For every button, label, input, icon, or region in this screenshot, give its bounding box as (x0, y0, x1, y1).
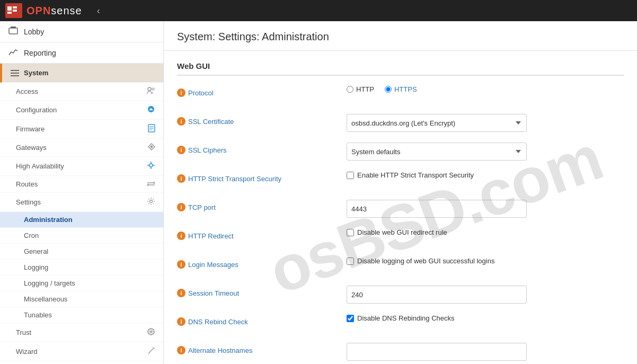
protocol-https-option[interactable]: HTTPS (385, 85, 417, 93)
trust-label: Trust (16, 329, 31, 336)
access-icon (147, 87, 155, 96)
dns-rebind-info-icon[interactable]: i (177, 317, 185, 326)
svg-marker-16 (150, 145, 153, 148)
protocol-control: HTTP HTTPS (347, 85, 624, 93)
alt-hostnames-row: i Alternate Hostnames Alternate Hostname… (177, 343, 624, 364)
protocol-link[interactable]: Protocol (188, 89, 214, 97)
firmware-icon (148, 124, 155, 134)
hsts-checkbox-label: Enable HTTP Strict Transport Security (357, 171, 474, 179)
ssl-ciphers-select[interactable]: System defaults (347, 143, 527, 161)
dns-rebind-row: i DNS Rebind Check Disable DNS Rebinding… (177, 314, 624, 333)
ssl-cert-select[interactable]: osbsd.duckdns.org (Let's Encrypt) (347, 114, 527, 132)
hsts-link[interactable]: HTTP Strict Transport Security (188, 175, 281, 183)
session-timeout-input[interactable] (347, 286, 527, 304)
ssl-ciphers-control: System defaults (347, 143, 624, 161)
settings-label: Settings (16, 198, 41, 206)
svg-point-17 (149, 164, 153, 167)
tcp-port-info-icon[interactable]: i (177, 203, 185, 211)
logging-label: Logging (24, 263, 48, 271)
hsts-info-icon[interactable]: i (177, 174, 185, 183)
alt-hostnames-link[interactable]: Alternate Hostnames (188, 347, 252, 354)
ssl-cert-label: i SSL Certificate (177, 114, 347, 126)
lobby-label: Lobby (24, 28, 44, 36)
login-messages-checkbox[interactable] (347, 258, 354, 265)
sidebar-item-firmware[interactable]: Firmware (0, 120, 163, 139)
section-header: Web GUI (177, 61, 624, 76)
ssl-cert-info-icon[interactable]: i (177, 117, 185, 126)
protocol-label: i Protocol (177, 85, 347, 97)
tcp-port-row: i TCP port (177, 200, 624, 219)
brand-name: OPNsense (26, 5, 82, 17)
http-redirect-checkbox[interactable] (347, 229, 354, 236)
sidebar-item-gateways[interactable]: Gateways (0, 139, 163, 157)
sidebar-item-lobby[interactable]: Lobby (0, 21, 163, 42)
alt-hostnames-control: Alternate Hostnames for DNS Rebinding an… (347, 343, 624, 364)
hsts-checkbox[interactable] (347, 172, 354, 179)
dns-rebind-checkbox-item[interactable]: Disable DNS Rebinding Checks (347, 314, 455, 322)
alt-hostnames-info-icon[interactable]: i (177, 346, 185, 354)
ssl-cert-link[interactable]: SSL Certificate (188, 118, 234, 126)
http-redirect-info-icon[interactable]: i (177, 232, 185, 240)
firmware-label: Firmware (16, 125, 45, 133)
login-messages-checkbox-item[interactable]: Disable logging of web GUI successful lo… (347, 257, 494, 265)
hsts-label: i HTTP Strict Transport Security (177, 171, 347, 183)
http-redirect-checkbox-item[interactable]: Disable web GUI redirect rule (347, 228, 447, 236)
protocol-info-icon[interactable]: i (177, 88, 185, 97)
dns-rebind-control: Disable DNS Rebinding Checks (347, 314, 624, 322)
dns-rebind-checkbox[interactable] (347, 315, 354, 322)
routes-label: Routes (16, 180, 38, 188)
session-timeout-info-icon[interactable]: i (177, 289, 185, 297)
access-label: Access (16, 87, 38, 95)
sidebar-toggle[interactable]: ‹ (93, 3, 104, 19)
sidebar-item-configuration[interactable]: Configuration (0, 101, 163, 120)
hsts-row: i HTTP Strict Transport Security Enable … (177, 171, 624, 190)
sidebar-item-reporting[interactable]: Reporting (0, 42, 163, 64)
sidebar-section-system[interactable]: System (0, 64, 163, 83)
sidebar-item-routes[interactable]: Routes (0, 176, 163, 193)
tunables-label: Tunables (24, 311, 52, 319)
http-redirect-link[interactable]: HTTP Redirect (188, 232, 234, 240)
sidebar-item-wizard[interactable]: Wizard (0, 342, 163, 361)
http-redirect-row: i HTTP Redirect Disable web GUI redirect… (177, 228, 624, 247)
login-messages-info-icon[interactable]: i (177, 260, 185, 269)
system-label: System (24, 69, 48, 77)
tcp-port-input[interactable] (347, 200, 527, 218)
ssl-ciphers-label: i SSL Ciphers (177, 143, 347, 154)
sidebar-item-tunables[interactable]: Tunables (0, 307, 163, 323)
sidebar-item-log-files[interactable]: Log Files (0, 361, 163, 364)
sidebar-item-administration[interactable]: Administration (0, 212, 163, 228)
login-messages-row: i Login Messages Disable logging of web … (177, 257, 624, 276)
sidebar-item-logging[interactable]: Logging (0, 260, 163, 276)
hsts-control: Enable HTTP Strict Transport Security (347, 171, 624, 179)
ssl-cert-control: osbsd.duckdns.org (Let's Encrypt) (347, 114, 624, 132)
sidebar-item-access[interactable]: Access (0, 83, 163, 101)
sidebar-item-high-availability[interactable]: High Availability (0, 157, 163, 176)
sidebar-item-settings[interactable]: Settings (0, 193, 163, 212)
svg-rect-5 (11, 26, 16, 28)
sidebar-item-trust[interactable]: Trust (0, 323, 163, 342)
lobby-icon (8, 26, 19, 37)
ssl-ciphers-info-icon[interactable]: i (177, 146, 185, 154)
tcp-port-link[interactable]: TCP port (188, 203, 216, 211)
alt-hostnames-input[interactable] (347, 343, 527, 361)
http-redirect-label: i HTTP Redirect (177, 228, 347, 240)
high-availability-label: High Availability (16, 162, 64, 170)
administration-label: Administration (24, 216, 73, 224)
dns-rebind-label: i DNS Rebind Check (177, 314, 347, 326)
sidebar-item-cron[interactable]: Cron (0, 228, 163, 244)
session-timeout-link[interactable]: Session Timeout (188, 289, 239, 297)
svg-line-30 (149, 349, 153, 353)
dns-rebind-link[interactable]: DNS Rebind Check (188, 318, 248, 326)
svg-rect-0 (7, 6, 12, 11)
sidebar-item-miscellaneous[interactable]: Miscellaneous (0, 291, 163, 307)
hsts-checkbox-item[interactable]: Enable HTTP Strict Transport Security (347, 171, 474, 179)
settings-icon (147, 197, 155, 207)
ssl-ciphers-link[interactable]: SSL Ciphers (188, 146, 227, 154)
protocol-https-label: HTTPS (394, 85, 417, 93)
sidebar-item-logging-targets[interactable]: Logging / targets (0, 276, 163, 291)
login-messages-checkbox-label: Disable logging of web GUI successful lo… (357, 257, 494, 265)
wizard-icon (148, 347, 155, 357)
sidebar-item-general[interactable]: General (0, 244, 163, 260)
login-messages-link[interactable]: Login Messages (188, 261, 238, 269)
protocol-http-option[interactable]: HTTP (347, 85, 374, 93)
